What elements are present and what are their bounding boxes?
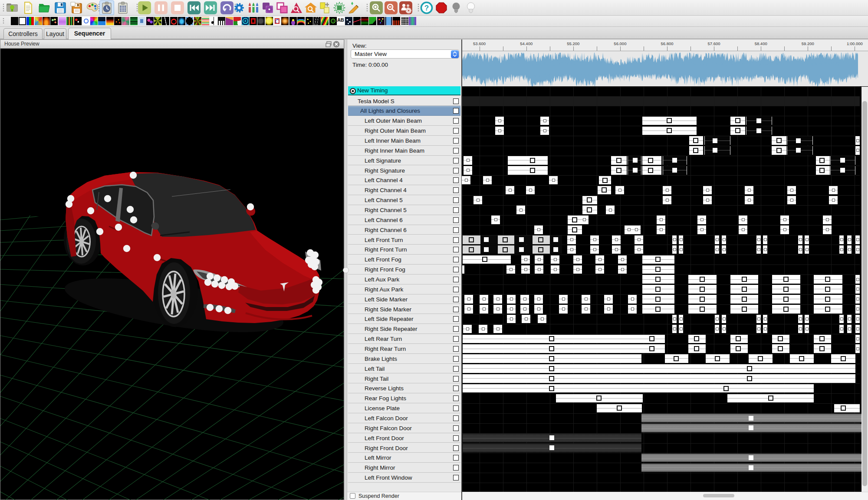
svg-text:?: ? xyxy=(424,4,429,12)
